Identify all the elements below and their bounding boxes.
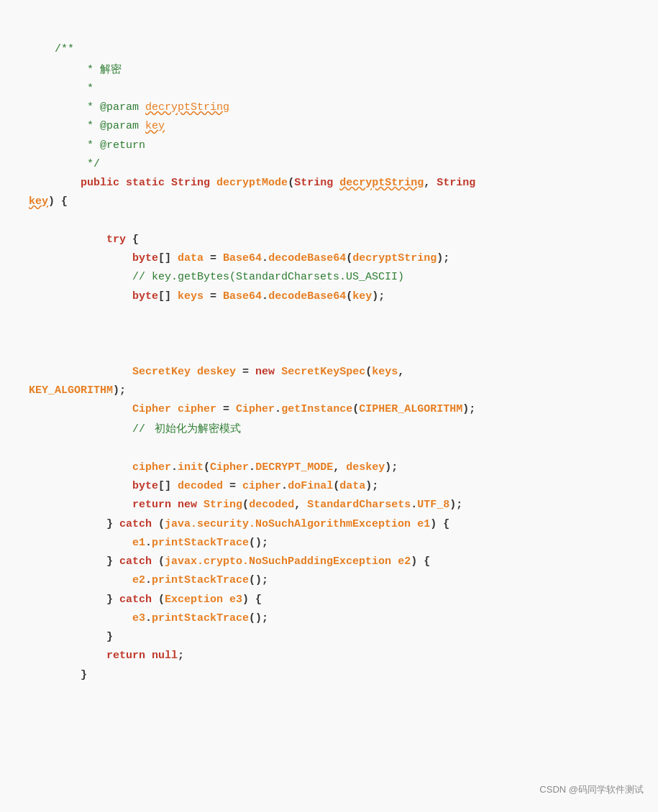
close-try: } <box>29 631 113 643</box>
watermark: CSDN @码同学软件测试 <box>539 782 644 798</box>
line-secretkey: SecretKey deskey = new SecretKeySpec(key… <box>29 366 404 397</box>
comment-line-6: * @return <box>29 139 145 152</box>
line-keys: byte[] keys = Base64.decodeBase64(key); <box>29 290 385 303</box>
comment-line-1: /** <box>29 43 74 55</box>
line-return: return new String(decoded, StandardChars… <box>29 499 462 511</box>
code-container: /** * 解密 * * @param decryptString * @par… <box>0 0 658 812</box>
code-block: /** * 解密 * * @param decryptString * @par… <box>29 22 629 703</box>
line-return-null: return null; <box>29 650 184 662</box>
catch-2: } catch (javax.crypto.NoSuchPaddingExcep… <box>29 555 430 568</box>
comment-decrypt-mode: // 初始化为解密模式 <box>29 423 241 435</box>
line-cipher-init: cipher.init(Cipher.DECRYPT_MODE, deskey)… <box>29 461 398 474</box>
catch-3: } catch (Exception e3) { <box>29 594 262 606</box>
try-block: try { <box>29 234 139 246</box>
line-e2: e2.printStackTrace(); <box>29 574 268 586</box>
line-e3: e3.printStackTrace(); <box>29 612 268 624</box>
comment-ascii: // key.getBytes(StandardCharsets.US_ASCI… <box>29 271 404 283</box>
comment-line-4: * @param decryptString <box>29 101 229 114</box>
catch-1: } catch (java.security.NoSuchAlgorithmEx… <box>29 518 449 530</box>
comment-line-7: */ <box>29 158 100 170</box>
comment-line-5: * @param key <box>29 120 165 132</box>
close-method: } <box>29 669 87 681</box>
line-cipher: Cipher cipher = Cipher.getInstance(CIPHE… <box>29 403 475 415</box>
comment-line-2: * 解密 <box>29 64 122 76</box>
line-decoded: byte[] decoded = cipher.doFinal(data); <box>29 480 378 492</box>
comment-line-3: * <box>29 83 93 95</box>
line-e1: e1.printStackTrace(); <box>29 537 268 549</box>
line-data: byte[] data = Base64.decodeBase64(decryp… <box>29 252 449 264</box>
method-signature: public static String decryptMode(String … <box>29 177 475 208</box>
